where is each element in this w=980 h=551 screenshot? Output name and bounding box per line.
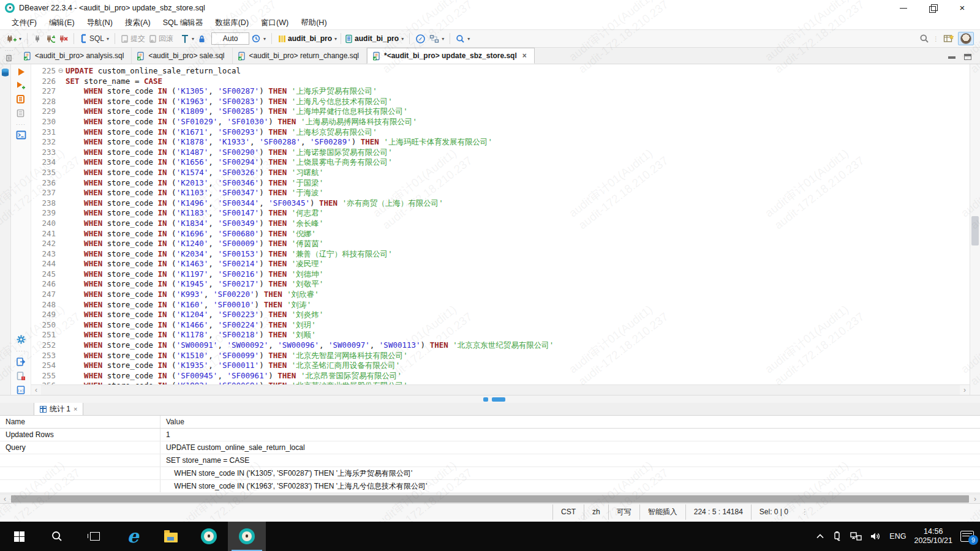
column-header-value[interactable]: Value bbox=[160, 416, 980, 428]
close-icon[interactable]: × bbox=[522, 51, 527, 60]
start-button[interactable] bbox=[0, 522, 38, 551]
menu-item[interactable]: 窗口(W) bbox=[255, 17, 294, 29]
reconnect-button[interactable] bbox=[43, 33, 57, 45]
code-token: ) bbox=[259, 178, 268, 189]
restore-button[interactable] bbox=[929, 4, 937, 12]
editor-tab[interactable]: *<audit_bi_pro> update_sbz_store.sql× bbox=[367, 48, 535, 64]
scrollbar-thumb[interactable] bbox=[11, 495, 969, 503]
menu-item[interactable]: 导航(N) bbox=[81, 17, 118, 29]
volume-icon[interactable] bbox=[870, 531, 881, 541]
network-icon[interactable] bbox=[850, 531, 862, 541]
settings-gear-icon[interactable] bbox=[16, 334, 26, 345]
schema-selector[interactable]: audit_bi_pro ▾ bbox=[343, 33, 405, 45]
code-token: IN bbox=[158, 279, 167, 290]
menu-item[interactable]: 文件(F) bbox=[6, 17, 42, 29]
editor-tab[interactable]: <audit_bi_pro> sale.sql bbox=[132, 48, 232, 64]
stats-row[interactable]: SET store_name = CASE bbox=[0, 454, 980, 467]
code-token: '何志君' bbox=[292, 208, 324, 219]
export-result-icon[interactable] bbox=[16, 357, 26, 367]
menu-item[interactable]: 搜索(A) bbox=[119, 17, 156, 29]
transaction-log-button[interactable]: ▾ bbox=[179, 32, 196, 45]
sql-editor-button[interactable]: SQL ▾ bbox=[78, 32, 111, 45]
fold-marker-icon[interactable]: ⊖ bbox=[56, 66, 66, 77]
panel-splitter[interactable] bbox=[0, 395, 980, 403]
task-view-button[interactable] bbox=[76, 522, 114, 551]
taskbar-search-button[interactable] bbox=[38, 522, 76, 551]
code-area[interactable]: 225⊖UPDATE custom_online_sale_return_loc… bbox=[31, 64, 970, 384]
editor-list-icon[interactable]: ···· bbox=[0, 48, 18, 64]
menu-item[interactable]: 数据库(D) bbox=[209, 17, 254, 29]
connection-selector[interactable]: audit_bi_pro ▾ bbox=[276, 33, 339, 45]
maximize-editor-icon[interactable] bbox=[964, 54, 971, 60]
code-token: 'SF00285' bbox=[217, 107, 259, 117]
new-connection-button[interactable]: ▾ bbox=[4, 32, 23, 45]
tray-chevron-up-icon[interactable] bbox=[816, 533, 824, 539]
stats-name-cell bbox=[0, 467, 160, 479]
lock-icon[interactable] bbox=[196, 33, 208, 45]
execute-statement-icon[interactable] bbox=[17, 67, 26, 77]
execute-script-icon[interactable] bbox=[16, 94, 26, 104]
transaction-history-button[interactable]: ▾ bbox=[249, 32, 268, 45]
minimize-button[interactable] bbox=[899, 4, 908, 12]
code-token: 'SF00288' bbox=[259, 137, 301, 148]
disconnect-button[interactable] bbox=[57, 33, 70, 45]
column-header-name[interactable]: Name bbox=[0, 416, 160, 428]
scroll-right-icon[interactable]: › bbox=[970, 495, 980, 503]
stats-row[interactable]: QueryUPDATE custom_online_sale_return_lo… bbox=[0, 441, 980, 454]
code-token: ) bbox=[310, 198, 319, 209]
minimize-editor-icon[interactable] bbox=[948, 54, 956, 59]
menu-item[interactable]: 编辑(E) bbox=[43, 17, 80, 29]
action-center-icon[interactable]: 9 bbox=[960, 531, 974, 542]
close-button[interactable]: × bbox=[958, 4, 967, 12]
dbeaver-taskbar-button[interactable] bbox=[190, 522, 228, 551]
code-token: ) bbox=[259, 168, 268, 178]
database-navigator-icon[interactable] bbox=[1, 68, 10, 77]
stats-row[interactable]: WHEN store_code IN ('K1305', 'SF00287') … bbox=[0, 467, 980, 480]
open-terminal-icon[interactable] bbox=[16, 130, 26, 140]
code-token bbox=[66, 188, 84, 198]
file-explorer-button[interactable] bbox=[152, 522, 190, 551]
rollback-button[interactable]: 回滚 bbox=[147, 32, 175, 45]
dbeaver-taskbar-button-active[interactable] bbox=[228, 522, 266, 551]
editor-tab[interactable]: <audit_bi_pro> analysis.sql bbox=[18, 48, 132, 64]
editor-vertical-scrollbar[interactable] bbox=[970, 64, 980, 395]
editor-tab[interactable]: <audit_bi_pro> return_change.sql bbox=[233, 48, 367, 64]
collapsed-database-navigator[interactable] bbox=[0, 64, 11, 395]
scrollbar-thumb[interactable] bbox=[971, 216, 979, 246]
code-token bbox=[287, 148, 292, 158]
auto-sync-button[interactable] bbox=[413, 32, 428, 45]
scroll-right-icon[interactable]: › bbox=[960, 386, 970, 394]
explain-plan-icon[interactable] bbox=[16, 108, 26, 118]
commit-mode-combo[interactable]: Auto bbox=[211, 32, 249, 45]
dbeaver-perspective-button[interactable] bbox=[958, 32, 974, 45]
scroll-left-icon[interactable]: ‹ bbox=[0, 495, 10, 503]
network-profile-button[interactable]: ▾ bbox=[428, 33, 446, 45]
clock[interactable]: 14:56 2025/10/21 bbox=[914, 527, 952, 545]
menu-item[interactable]: 帮助(H) bbox=[295, 17, 332, 29]
internet-explorer-button[interactable]: e bbox=[114, 522, 152, 551]
menu-item[interactable]: SQL 编辑器 bbox=[157, 17, 209, 29]
execute-in-new-tab-icon[interactable] bbox=[16, 81, 26, 90]
save-file-alert-icon[interactable]: ! bbox=[16, 371, 26, 381]
scroll-left-icon[interactable]: ‹ bbox=[31, 386, 41, 394]
usb-device-icon[interactable] bbox=[832, 531, 842, 542]
stats-row[interactable]: WHEN store_code IN ('K1963', 'SF00283') … bbox=[0, 480, 980, 493]
results-horizontal-scrollbar[interactable]: ‹ › bbox=[0, 493, 980, 503]
sql-editor-label: SQL bbox=[89, 34, 104, 43]
quick-access-search-icon[interactable] bbox=[919, 34, 929, 43]
sash-expand-button[interactable] bbox=[492, 397, 505, 402]
input-language-indicator[interactable]: ENG bbox=[889, 532, 906, 541]
toolbar-separator: ···· bbox=[16, 122, 26, 126]
connect-button[interactable] bbox=[31, 33, 43, 45]
sash-collapse-button[interactable] bbox=[483, 397, 488, 402]
tab-label: *<audit_bi_pro> update_sbz_store.sql bbox=[384, 51, 517, 60]
stats-row[interactable]: Updated Rows1 bbox=[0, 429, 980, 441]
close-icon[interactable]: × bbox=[74, 405, 77, 413]
search-metadata-button[interactable]: ▾ bbox=[454, 33, 472, 45]
open-perspective-icon[interactable] bbox=[943, 34, 954, 44]
fold-margin bbox=[56, 361, 66, 371]
editor-horizontal-scrollbar[interactable]: ‹ › bbox=[31, 384, 970, 395]
commit-button[interactable]: 提交 bbox=[119, 32, 147, 45]
stats-tab[interactable]: 统计 1 × bbox=[34, 402, 83, 415]
file-source-icon[interactable]: (x) bbox=[16, 385, 26, 395]
